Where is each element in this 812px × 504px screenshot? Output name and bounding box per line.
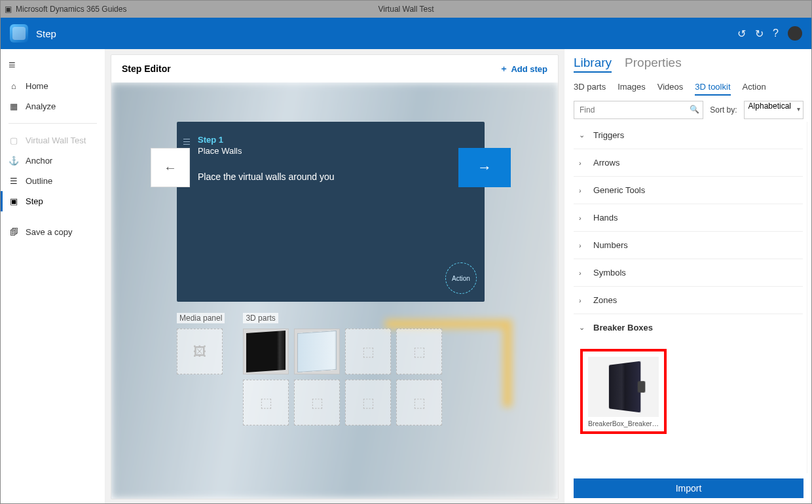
step-number-label: Step 1 [198,135,468,145]
tab-library[interactable]: Library [574,56,612,73]
media-panel-title: Media panel [177,313,225,323]
part-slot-empty[interactable]: ⬚ [294,380,340,425]
plus-icon: ＋ [500,63,508,75]
sidebar-item-outline[interactable]: ☰ Outline [1,171,105,191]
action-slot[interactable]: Action [445,262,477,294]
chevron-right-icon: › [579,242,587,249]
analyze-icon: ▦ [9,101,19,111]
sidebar-item-anchor[interactable]: ⚓ Anchor [1,151,105,171]
part-slot-filled[interactable] [294,329,340,374]
subtab-images[interactable]: Images [618,82,646,96]
sidebar-item-label: Step [26,196,43,206]
subtab-3d-parts[interactable]: 3D parts [574,82,606,96]
category-label: Breaker Boxes [593,323,653,333]
media-slot-empty[interactable]: 🖾 [177,329,223,374]
step-instruction-text[interactable]: Place the virtual walls around you [198,171,468,182]
subtab-videos[interactable]: Videos [657,82,684,96]
step-card[interactable]: ← → ——— Step 1 Place Walls Place the vir… [177,122,485,302]
cube-icon: ⬚ [413,344,426,359]
chevron-right-icon: › [579,187,587,194]
sidebar-item-guide-name: ▢ Virtual Wall Test [1,130,105,151]
document-name: Virtual Wall Test [263,5,549,14]
sidebar-item-save-copy[interactable]: 🗐 Save a copy [1,222,105,242]
guide-icon: ▢ [9,135,19,145]
highlighted-library-item[interactable]: BreakerBox_Breaker_... [580,349,667,434]
add-step-label: Add step [511,64,547,74]
sidebar: ≡ ⌂ Home ▦ Analyze ▢ Virtual Wall Test ⚓… [1,49,105,504]
tab-properties[interactable]: Properties [625,56,682,73]
cube-icon: ⬚ [413,395,426,410]
part-slot-empty[interactable]: ⬚ [345,380,391,425]
prev-step-button[interactable]: ← [151,148,190,187]
part-slot-empty[interactable]: ⬚ [345,329,391,374]
category-arrows[interactable]: ›Arrows [574,149,803,177]
category-label: Zones [593,295,617,305]
page-title: Step [36,28,56,39]
chevron-down-icon: ⌄ [579,323,587,332]
sidebar-item-step[interactable]: ▣ Step [1,191,105,211]
media-panel: Media panel 🖾 [177,312,225,431]
chevron-right-icon: › [579,269,587,277]
3d-parts-title: 3D parts [243,313,278,323]
sidebar-item-label: Home [26,81,48,91]
category-zones[interactable]: ›Zones [574,287,803,314]
find-input[interactable] [574,101,703,119]
sort-select[interactable]: Alphabetical [744,101,803,119]
window-titlebar: ▣ Microsoft Dynamics 365 Guides Virtual … [1,1,811,18]
category-generic-tools[interactable]: ›Generic Tools [574,177,803,204]
category-label: Numbers [593,240,628,250]
search-icon[interactable]: 🔍 [690,105,699,114]
redo-icon[interactable]: ↻ [755,27,764,40]
category-numbers[interactable]: ›Numbers [574,232,803,259]
media-icon: 🖾 [193,344,206,359]
sidebar-item-label: Outline [26,176,52,186]
editor-title: Step Editor [122,63,171,74]
part-slot-empty[interactable]: ⬚ [396,380,442,425]
category-label: Triggers [593,130,624,140]
import-button[interactable]: Import [574,478,803,498]
category-hands[interactable]: ›Hands [574,204,803,232]
right-panel: Library Properties 3D parts Images Video… [564,49,811,504]
undo-icon[interactable]: ↺ [737,27,746,40]
part-thumbnail [297,331,337,372]
copy-icon: 🗐 [9,227,19,237]
action-label: Action [452,275,470,282]
chevron-right-icon: › [579,214,587,222]
list-icon: ——— [183,137,190,145]
sidebar-item-label: Virtual Wall Test [26,135,86,145]
step-icon: ▣ [9,196,19,206]
library-subtabs: 3D parts Images Videos 3D toolkit Action [574,82,803,96]
part-slot-empty[interactable]: ⬚ [243,380,289,425]
sidebar-item-label: Save a copy [26,227,73,237]
sidebar-item-label: Anchor [26,156,52,166]
part-slot-empty[interactable]: ⬚ [396,329,442,374]
category-breaker-boxes[interactable]: ⌄Breaker Boxes [574,314,803,341]
help-icon[interactable]: ? [773,27,779,39]
chevron-right-icon: › [579,159,587,167]
category-label: Generic Tools [593,185,645,195]
hamburger-icon[interactable]: ≡ [1,54,105,76]
subtab-action[interactable]: Action [743,82,766,96]
subtab-3d-toolkit[interactable]: 3D toolkit [695,82,730,96]
sidebar-item-home[interactable]: ⌂ Home [1,76,105,96]
chevron-down-icon: ⌄ [579,131,587,139]
category-triggers[interactable]: ⌄Triggers [574,122,803,149]
home-icon: ⌂ [9,81,19,91]
cube-icon: ⬚ [260,395,272,410]
find-field[interactable]: 🔍 [574,101,703,119]
category-symbols[interactable]: ›Symbols [574,259,803,287]
3d-parts-panel: 3D parts ⬚ ⬚ ⬚ ⬚ ⬚ ⬚ [243,312,442,431]
part-slot-filled[interactable] [243,329,289,374]
avatar[interactable] [788,26,802,41]
app-name: Microsoft Dynamics 365 Guides [16,5,126,14]
editor-area: Step Editor ＋ Add step ← → ——— Step 1 Pl… [105,49,564,504]
cube-icon: ⬚ [362,344,375,359]
category-label: Hands [593,213,618,223]
window-control-icon: ▣ [5,5,12,14]
add-step-button[interactable]: ＋ Add step [500,63,547,75]
sidebar-item-analyze[interactable]: ▦ Analyze [1,96,105,117]
product-logo-icon [10,24,28,43]
chevron-right-icon: › [579,297,587,304]
category-list[interactable]: ⌄Triggers ›Arrows ›Generic Tools ›Hands … [574,122,807,473]
cube-icon: ⬚ [311,395,323,410]
